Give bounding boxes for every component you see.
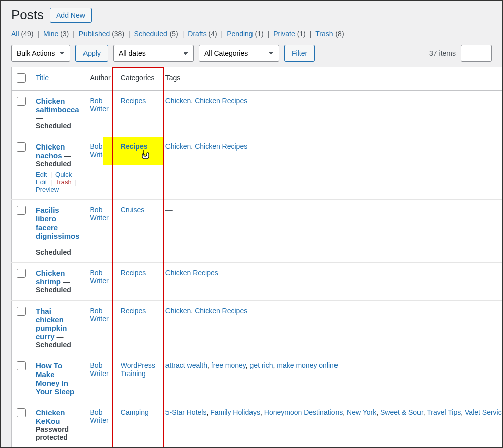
status-filter-list: All (49) |Mine (3) |Published (38) |Sche… (11, 30, 492, 38)
author-link[interactable]: Bob Writer (90, 269, 109, 285)
post-state: Scheduled (36, 160, 71, 168)
row-actions: Edit | Quick Edit | Trash | Preview (36, 171, 80, 193)
row-action-preview[interactable]: Preview (36, 186, 59, 193)
category-link[interactable]: Recipes (121, 269, 146, 277)
author-link[interactable]: Bob Writer (90, 307, 109, 323)
status-filter-all[interactable]: All (11, 30, 21, 38)
tag-link[interactable]: 5-Star Hotels (165, 408, 207, 416)
table-row: Facilis libero facere dignissimos — Sche… (12, 200, 504, 263)
tag-link[interactable]: Chicken (165, 307, 191, 315)
table-row: Chicken nachos — ScheduledEdit | Quick E… (12, 136, 504, 200)
author-link[interactable]: Bob Writer (90, 361, 109, 378)
category-filter-select[interactable]: All Categories (199, 45, 279, 62)
category-link[interactable]: Cruises (121, 206, 144, 214)
tag-link[interactable]: Chicken (165, 142, 191, 151)
tag-link[interactable]: Chicken Recipes (195, 142, 247, 151)
tag-link[interactable]: Chicken Recipes (195, 97, 247, 105)
tag-link[interactable]: Sweet & Sour (380, 408, 423, 416)
post-state: Scheduled (36, 341, 71, 349)
apply-button[interactable]: Apply (75, 45, 108, 62)
row-checkbox[interactable] (17, 269, 26, 278)
status-filter-scheduled[interactable]: Scheduled (134, 30, 170, 38)
status-filter-pending[interactable]: Pending (227, 30, 255, 38)
tag-link[interactable]: make money online (277, 361, 338, 369)
filter-button[interactable]: Filter (284, 45, 315, 62)
row-checkbox[interactable] (17, 206, 26, 215)
table-row: Chicken saltimbocca — ScheduledBob Write… (12, 91, 504, 136)
pointer-cursor-icon (141, 148, 150, 162)
posts-table: Title Author Categories Tags Chicken sal… (11, 67, 503, 448)
search-input[interactable] (461, 45, 492, 62)
tag-link[interactable]: Travel Tips (427, 408, 461, 416)
category-link[interactable]: WordPress Training (121, 361, 155, 378)
tag-link[interactable]: Honeymoon Destinations (264, 408, 343, 416)
status-filter-drafts[interactable]: Drafts (188, 30, 208, 38)
table-row: How To Make Money In Your SleepBob Write… (12, 355, 504, 402)
column-title[interactable]: Title (36, 73, 49, 82)
row-checkbox[interactable] (17, 361, 26, 370)
add-new-button[interactable]: Add New (50, 8, 92, 23)
no-tags: — (165, 206, 173, 214)
tag-link[interactable]: Valet Service (465, 408, 503, 416)
row-action-edit[interactable]: Edit (36, 171, 47, 178)
post-title-link[interactable]: How To Make Money In Your Sleep (36, 361, 74, 396)
tag-link[interactable]: Chicken Recipes (195, 307, 247, 315)
row-checkbox[interactable] (17, 97, 26, 106)
status-filter-private[interactable]: Private (273, 30, 297, 38)
column-categories[interactable]: Categories (121, 73, 155, 82)
tag-link[interactable]: free money (211, 361, 246, 369)
select-all-checkbox[interactable] (17, 73, 26, 83)
status-filter-trash[interactable]: Trash (315, 30, 335, 38)
table-row: Chicken KeKou — Password protectedBob Wr… (12, 402, 504, 448)
bulk-actions-select[interactable]: Bulk Actions (11, 45, 70, 62)
post-state: Scheduled (36, 286, 71, 294)
post-title-link[interactable]: Facilis libero facere dignissimos (36, 206, 80, 240)
tag-link[interactable]: attract wealth (165, 361, 207, 369)
row-checkbox[interactable] (17, 307, 26, 316)
tag-link[interactable]: Chicken Recipes (165, 269, 218, 277)
row-checkbox[interactable] (17, 142, 26, 152)
column-tags[interactable]: Tags (165, 73, 181, 82)
page-title: Posts (11, 7, 44, 23)
table-row: Thai chicken pumpkin curry — ScheduledBo… (12, 301, 504, 355)
date-filter-select[interactable]: All dates (113, 45, 194, 62)
column-author[interactable]: Author (90, 73, 111, 82)
post-state: Password protected (36, 425, 69, 441)
status-filter-mine[interactable]: Mine (43, 30, 60, 38)
category-link[interactable]: Recipes (121, 307, 146, 315)
post-title-link[interactable]: Chicken nachos (36, 142, 65, 160)
table-row: Chicken shrimp — ScheduledBob WriterReci… (12, 263, 504, 301)
post-title-link[interactable]: Chicken saltimbocca (36, 97, 79, 114)
row-checkbox[interactable] (17, 408, 26, 417)
tag-link[interactable]: New York (347, 408, 376, 416)
tag-link[interactable]: Family Holidays (210, 408, 260, 416)
post-state: Scheduled (36, 248, 71, 256)
author-link[interactable]: Bob Writer (90, 408, 109, 424)
post-state: Scheduled (36, 122, 71, 130)
tag-link[interactable]: Chicken (165, 97, 191, 105)
status-filter-published[interactable]: Published (79, 30, 112, 38)
items-count: 37 items (429, 49, 456, 57)
author-link[interactable]: Bob Writer (90, 206, 109, 222)
tag-link[interactable]: get rich (250, 361, 273, 369)
category-link[interactable]: Camping (121, 408, 149, 416)
category-link[interactable]: Recipes (121, 97, 146, 105)
row-action-trash[interactable]: Trash (55, 178, 72, 186)
author-link[interactable]: Bob Writer (90, 97, 109, 113)
